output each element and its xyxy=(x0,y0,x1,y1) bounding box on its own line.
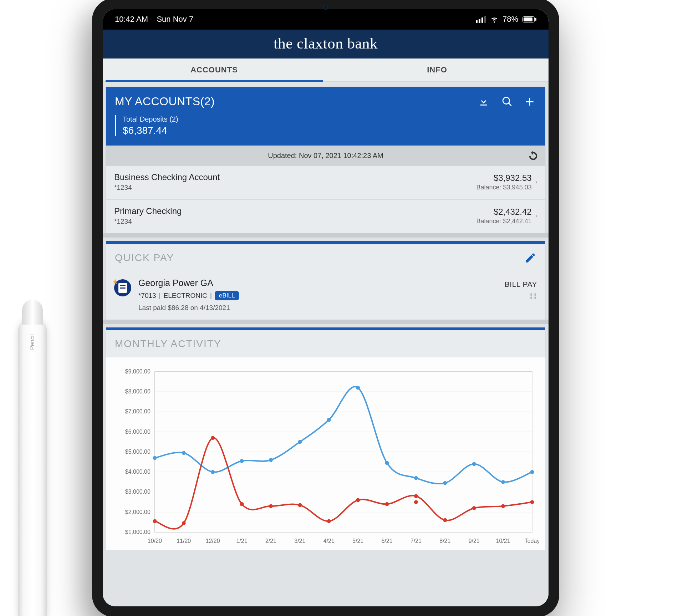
quickpay-item[interactable]: ★ Georgia Power GA *7013 | ELECTRONIC | … xyxy=(106,272,545,320)
svg-point-56 xyxy=(414,494,418,498)
svg-point-59 xyxy=(501,504,505,508)
svg-point-48 xyxy=(182,521,186,525)
svg-point-42 xyxy=(414,476,418,480)
status-bar: 10:42 AM Sun Nov 7 78% xyxy=(103,9,549,30)
svg-point-53 xyxy=(327,519,331,523)
refresh-icon[interactable] xyxy=(528,150,539,161)
account-name: Primary Checking xyxy=(114,206,182,216)
section-separator xyxy=(103,233,549,238)
svg-point-39 xyxy=(327,418,331,422)
search-icon[interactable] xyxy=(501,96,513,107)
svg-point-36 xyxy=(240,459,244,463)
svg-text:3/21: 3/21 xyxy=(294,538,305,544)
blue-separator xyxy=(106,241,545,244)
svg-point-57 xyxy=(443,518,447,522)
svg-text:$7,000.00: $7,000.00 xyxy=(125,408,151,414)
tab-info[interactable]: INFO xyxy=(326,58,549,81)
total-deposits-amount: $6,387.44 xyxy=(123,125,536,136)
svg-point-61 xyxy=(414,500,418,504)
svg-point-41 xyxy=(385,461,389,465)
svg-text:8/21: 8/21 xyxy=(439,538,450,544)
chevron-right-icon: › xyxy=(535,179,537,185)
svg-text:7/21: 7/21 xyxy=(411,538,422,544)
account-row[interactable]: Primary Checking *1234 $2,432.42 Balance… xyxy=(106,199,545,233)
svg-text:6/21: 6/21 xyxy=(381,538,392,544)
status-right: 78% xyxy=(476,15,536,24)
svg-point-35 xyxy=(211,470,215,474)
svg-text:$3,000.00: $3,000.00 xyxy=(125,489,151,495)
svg-text:$9,000.00: $9,000.00 xyxy=(125,368,151,375)
battery-pct: 78% xyxy=(503,15,518,24)
section-separator xyxy=(103,320,549,324)
updated-bar: Updated: Nov 07, 2021 10:42:23 AM xyxy=(106,146,545,166)
wifi-icon xyxy=(490,15,498,23)
billpay-label: BILL PAY xyxy=(505,280,537,289)
svg-text:4/21: 4/21 xyxy=(323,538,335,544)
svg-point-54 xyxy=(356,498,360,502)
monthly-activity-chart: $9,000.00$8,000.00$7,000.00$6,000.00$5,0… xyxy=(106,357,545,550)
drag-handle-icon[interactable]: ⠿⠿⠿⠿ xyxy=(529,294,537,299)
account-balance: Balance: $3,945.03 xyxy=(476,184,532,191)
svg-point-33 xyxy=(153,456,157,460)
account-available: $2,432.42 xyxy=(476,207,532,217)
chevron-right-icon: › xyxy=(535,213,537,219)
svg-text:5/21: 5/21 xyxy=(352,538,363,544)
brand-header: the claxton bank xyxy=(103,30,549,58)
add-icon[interactable]: + xyxy=(525,96,536,107)
ebill-badge: eBILL xyxy=(215,291,239,300)
quickpay-header: QUICK PAY xyxy=(106,244,545,272)
payee-details: *7013 | ELECTRONIC | eBILL xyxy=(138,291,498,300)
svg-text:$5,000.00: $5,000.00 xyxy=(125,449,151,455)
status-date: Sun Nov 7 xyxy=(157,15,193,24)
svg-point-51 xyxy=(269,504,273,508)
monthly-activity-header: MONTHLY ACTIVITY xyxy=(106,330,545,357)
monthly-activity-panel: MONTHLY ACTIVITY xyxy=(106,330,545,357)
account-balance: Balance: $2,442.41 xyxy=(476,218,532,225)
svg-point-50 xyxy=(240,502,244,506)
svg-text:$2,000.00: $2,000.00 xyxy=(125,509,151,515)
svg-point-49 xyxy=(211,436,215,440)
account-row[interactable]: Business Checking Account *1234 $3,932.5… xyxy=(106,166,545,199)
svg-point-55 xyxy=(385,502,389,506)
svg-point-44 xyxy=(472,462,476,466)
svg-point-46 xyxy=(530,470,534,474)
svg-point-37 xyxy=(269,458,273,462)
account-name: Business Checking Account xyxy=(114,172,220,182)
svg-point-40 xyxy=(356,386,360,390)
payee-name: Georgia Power GA xyxy=(138,278,498,288)
accounts-title: MY ACCOUNTS(2) xyxy=(115,95,215,108)
svg-text:10/20: 10/20 xyxy=(148,538,162,544)
front-camera xyxy=(323,5,328,10)
svg-point-38 xyxy=(298,440,302,444)
total-deposits: Total Deposits (2) $6,387.44 xyxy=(115,115,536,136)
svg-text:12/20: 12/20 xyxy=(206,538,220,544)
content-area[interactable]: MY ACCOUNTS(2) + Total Deposits (2) $6,3… xyxy=(103,82,549,606)
svg-point-45 xyxy=(501,480,505,484)
download-icon[interactable] xyxy=(478,96,489,107)
screen: 10:42 AM Sun Nov 7 78% the claxton bank xyxy=(103,9,549,606)
quickpay-panel: QUICK PAY ★ Georgia Power GA *7013 xyxy=(106,244,545,320)
tablet-frame: 10:42 AM Sun Nov 7 78% the claxton bank xyxy=(92,0,559,616)
chart-svg: $9,000.00$8,000.00$7,000.00$6,000.00$5,0… xyxy=(112,368,539,546)
svg-point-34 xyxy=(182,451,186,455)
account-mask: *1234 xyxy=(114,184,220,192)
svg-point-58 xyxy=(472,506,476,510)
battery-icon xyxy=(522,16,536,22)
svg-point-43 xyxy=(443,481,447,485)
apple-pencil: Pencil xyxy=(18,317,47,616)
svg-point-47 xyxy=(153,519,157,523)
svg-text:10/21: 10/21 xyxy=(496,538,510,544)
status-left: 10:42 AM Sun Nov 7 xyxy=(115,15,193,24)
svg-point-52 xyxy=(298,503,302,507)
payee-icon: ★ xyxy=(114,279,131,296)
account-available: $3,932.53 xyxy=(476,173,532,183)
cellular-icon xyxy=(476,16,486,23)
accounts-header: MY ACCOUNTS(2) + Total Deposits (2) $6,3… xyxy=(106,87,545,146)
status-time: 10:42 AM xyxy=(115,15,148,24)
svg-text:Today: Today xyxy=(525,538,539,544)
tab-accounts[interactable]: ACCOUNTS xyxy=(103,58,326,81)
svg-text:$8,000.00: $8,000.00 xyxy=(125,388,151,394)
edit-icon[interactable] xyxy=(524,252,536,264)
svg-text:$6,000.00: $6,000.00 xyxy=(125,429,151,435)
blue-separator xyxy=(106,327,545,330)
